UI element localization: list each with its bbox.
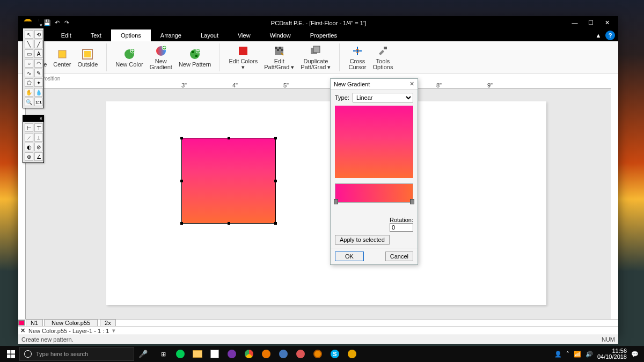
app2-icon[interactable] — [259, 346, 274, 361]
outside-button[interactable]: Outside — [74, 47, 101, 69]
new-gradient-button[interactable]: +New Gradient — [147, 43, 175, 71]
ribbon: Inside Center Outside +New Color +New Gr… — [18, 41, 618, 73]
collapse-ribbon-icon[interactable]: ▲ — [594, 31, 603, 40]
dim-v-icon[interactable]: ⊤ — [34, 123, 43, 132]
rect-tool-icon[interactable]: ▭ — [25, 49, 33, 58]
minimize-button[interactable]: — — [570, 19, 580, 26]
new-color-button[interactable]: +New Color — [112, 47, 146, 69]
cancel-button[interactable]: Cancel — [385, 252, 413, 261]
clock[interactable]: 11:56 04/10/2018 — [597, 348, 627, 360]
layer-bar: ✕ New Color.p55 - Layer-1 - 1 : 1 ▾ — [18, 326, 618, 335]
arrow-tool-icon[interactable]: ↖ — [25, 30, 33, 39]
tab-zoom[interactable]: 2x — [100, 319, 116, 327]
start-button[interactable] — [2, 346, 19, 361]
marker-tool-icon[interactable]: ✦ — [34, 78, 43, 87]
edit-patt-grad-button[interactable]: Edit Patt/Grad ▾ — [261, 43, 297, 71]
pcdraft-icon[interactable] — [345, 346, 360, 361]
dimension-tool-palette[interactable]: × ⊢ ⊤ ⟋ ⟂ ◐ ⊘ ⊕ ∠ — [23, 115, 44, 163]
color-swatch[interactable] — [18, 320, 25, 326]
apply-to-selected-button[interactable]: Apply to selected — [335, 235, 390, 245]
dim-perp-icon[interactable]: ⟂ — [34, 133, 43, 142]
rotation-label: Rotation: — [390, 217, 413, 223]
dim-diameter-icon[interactable]: ⊘ — [34, 143, 43, 151]
menu-properties[interactable]: Properties — [301, 29, 347, 41]
curve-tool-icon[interactable]: ∿ — [25, 69, 33, 77]
app5-icon[interactable] — [310, 346, 325, 361]
layer-dropdown-icon[interactable]: ▾ — [112, 327, 115, 334]
hand-tool-icon[interactable]: ✋ — [25, 88, 33, 97]
dim-h-icon[interactable]: ⊢ — [25, 123, 33, 132]
ok-button[interactable]: OK — [335, 252, 364, 261]
explorer-icon[interactable] — [190, 346, 205, 361]
dialog-title: New Gradient — [334, 81, 370, 87]
gradient-slider[interactable] — [335, 183, 413, 203]
tools-options-button[interactable]: Tools Options — [370, 43, 397, 71]
polyline-tool-icon[interactable]: ╱ — [34, 40, 43, 48]
dim-slope-icon[interactable]: ⟋ — [25, 133, 33, 142]
skype-icon[interactable]: S — [327, 346, 342, 361]
close-button[interactable]: ✕ — [602, 19, 612, 26]
palette-close-icon[interactable]: × — [40, 116, 42, 121]
menu-edit[interactable]: Edit — [52, 29, 81, 41]
task-view-icon[interactable]: ⊞ — [156, 346, 171, 361]
text-tool-icon[interactable]: A — [34, 49, 43, 58]
canvas[interactable] — [26, 88, 611, 319]
close-document-icon[interactable]: ✕ — [20, 327, 25, 334]
palette-close-icon[interactable]: × — [40, 23, 42, 28]
network-icon[interactable]: 📶 — [574, 351, 581, 358]
eyedropper-tool-icon[interactable]: 💧 — [34, 88, 43, 97]
zoom-tool-icon[interactable]: 🔍 — [25, 98, 33, 106]
menu-options[interactable]: Options — [111, 29, 151, 41]
tray-chevron-icon[interactable]: ˄ — [566, 351, 569, 358]
dim-angle-icon[interactable]: ∠ — [34, 152, 43, 161]
tab-file[interactable]: New Color.p55 — [44, 319, 98, 327]
store-icon[interactable] — [207, 346, 222, 361]
arc-tool-icon[interactable]: ◠ — [34, 59, 43, 68]
new-pattern-button[interactable]: +New Pattern — [175, 47, 215, 69]
menu-arrange[interactable]: Arrange — [151, 29, 191, 41]
center-button[interactable]: Center — [50, 47, 74, 69]
help-icon[interactable]: ? — [605, 31, 615, 40]
menu-view[interactable]: View — [228, 29, 260, 41]
cross-cursor-button[interactable]: Cross Cursor — [345, 43, 369, 71]
status-text: Create new pattern. — [21, 336, 74, 343]
rotation-input[interactable] — [390, 223, 413, 232]
chrome-icon[interactable] — [241, 346, 257, 361]
dim-radius-icon[interactable]: ◐ — [25, 143, 33, 151]
line-tool-icon[interactable]: ╲ — [25, 40, 33, 48]
menu-text[interactable]: Text — [81, 29, 111, 41]
new-gradient-dialog: New Gradient ✕ Type: Linear Rotation: Ap… — [330, 78, 418, 265]
svg-rect-21 — [281, 49, 283, 51]
mic-icon[interactable]: 🎤 — [134, 346, 151, 361]
menu-window[interactable]: Window — [260, 29, 301, 41]
svg-rect-27 — [384, 47, 387, 48]
taskbar-search[interactable]: Type here to search — [19, 347, 134, 361]
app4-icon[interactable] — [293, 346, 308, 361]
polygon-tool-icon[interactable]: ⬠ — [25, 78, 33, 87]
edge-icon[interactable] — [173, 346, 188, 361]
selected-rectangle[interactable] — [181, 138, 276, 224]
ribbon-group-new: +New Color +New Gradient +New Pattern — [107, 43, 220, 71]
scale-tool-icon[interactable]: 1:1 — [34, 98, 43, 106]
ellipse-tool-icon[interactable]: ○ — [25, 59, 33, 68]
volume-icon[interactable]: 🔊 — [586, 351, 593, 358]
undo-icon[interactable]: ↶ — [52, 18, 62, 28]
maximize-button[interactable]: ☐ — [586, 19, 596, 26]
people-icon[interactable]: 👤 — [554, 351, 562, 358]
dialog-close-icon[interactable]: ✕ — [409, 80, 414, 87]
edit-colors-button[interactable]: Edit Colors ▾ — [225, 43, 261, 71]
menu-layout[interactable]: Layout — [191, 29, 228, 41]
type-select[interactable]: Linear — [353, 93, 413, 102]
windows-taskbar: Type here to search 🎤 ⊞ S 👤 ˄ 📶 🔊 11:56 … — [0, 346, 644, 362]
dim-center-icon[interactable]: ⊕ — [25, 152, 33, 161]
app-window: ✎ 💾 ↶ ↷ PCDraft P.E. - [First-Floor - 1/… — [18, 16, 618, 336]
app-icon[interactable] — [224, 346, 239, 361]
app3-icon[interactable] — [276, 346, 291, 361]
main-tool-palette[interactable]: × ↖ ⟲ ╲ ╱ ▭ A ○ ◠ ∿ ✎ ⬠ ✦ ✋ 💧 🔍 1:1 — [23, 21, 44, 108]
redo-icon[interactable]: ↷ — [62, 18, 71, 28]
tab-n1[interactable]: N1 — [26, 319, 43, 327]
rotate-tool-icon[interactable]: ⟲ — [34, 30, 43, 39]
notifications-icon[interactable]: 💬 — [631, 351, 639, 358]
freehand-tool-icon[interactable]: ✎ — [34, 69, 43, 77]
duplicate-patt-grad-button[interactable]: Duplicate Patt/Grad ▾ — [297, 43, 334, 71]
